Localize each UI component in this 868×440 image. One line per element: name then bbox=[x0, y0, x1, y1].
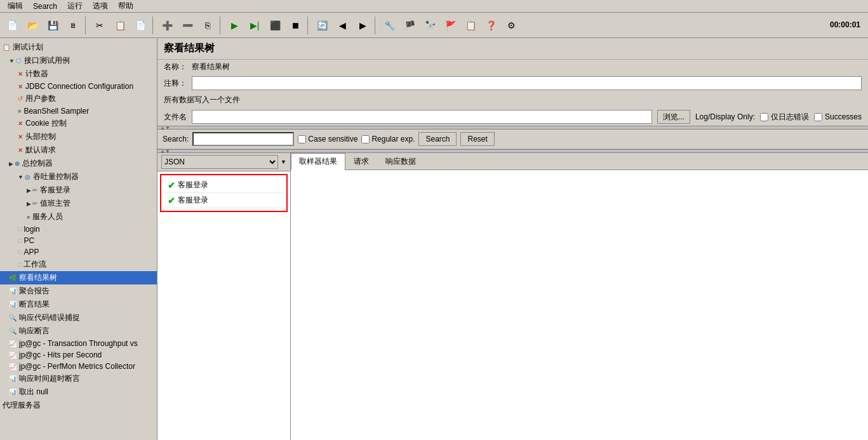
tree-item-jp-throughput[interactable]: 📈 jp@gc - Transaction Throughput vs bbox=[0, 338, 157, 349]
tree-item-test-plan[interactable]: 📋 测试计划 bbox=[0, 41, 157, 54]
tree-item-service-staff[interactable]: ■ 服务人员 bbox=[0, 210, 157, 223]
tree-item-total-controller[interactable]: ▶ ⊕ 总控制器 bbox=[0, 157, 157, 170]
tab-response-data[interactable]: 响应数据 bbox=[377, 153, 424, 170]
menu-run[interactable]: 运行 bbox=[62, 0, 88, 13]
tree-item-default-request[interactable]: ✕ 默认请求 bbox=[0, 143, 157, 157]
client-login-icon: ✏ bbox=[32, 187, 37, 194]
tree-item-cookie[interactable]: ✕ Cookie 控制 bbox=[0, 117, 157, 130]
pc-icon: □ bbox=[18, 237, 21, 244]
service-staff-label: 服务人员 bbox=[32, 211, 63, 222]
tree-item-calculator[interactable]: ✕ 计数器 bbox=[0, 67, 157, 81]
result-item-2[interactable]: ✔ 客服登录 bbox=[164, 193, 284, 208]
new-button[interactable]: 📄 bbox=[3, 16, 22, 35]
format-select[interactable]: JSON bbox=[161, 155, 278, 169]
paste-button[interactable]: 📄 bbox=[131, 16, 150, 35]
buffer-label: 吞吐量控制器 bbox=[33, 171, 79, 182]
open-button[interactable]: 📂 bbox=[23, 16, 42, 35]
copy-button[interactable]: 📋 bbox=[110, 16, 130, 35]
result-item-1[interactable]: ✔ 客服登录 bbox=[164, 178, 284, 193]
buffer-icon: ◎ bbox=[25, 173, 30, 180]
tree-item-response-assertion[interactable]: 🔍 响应断言 bbox=[0, 324, 157, 338]
check-icon-2: ✔ bbox=[168, 196, 175, 206]
tab-request[interactable]: 请求 bbox=[345, 153, 377, 170]
case-sensitive-checkbox[interactable] bbox=[298, 135, 306, 143]
calculator-label: 计数器 bbox=[25, 69, 48, 79]
remote-start-button[interactable]: 🔧 bbox=[380, 16, 399, 35]
only-errors-checkbox[interactable] bbox=[760, 113, 768, 121]
tree-item-proxy-server[interactable]: 代理服务器 bbox=[0, 399, 157, 412]
response-assertion-icon: 🔍 bbox=[9, 328, 17, 335]
tree-item-user-params[interactable]: ↺ 用户参数 bbox=[0, 92, 157, 105]
flag-button[interactable]: 🚩 bbox=[441, 16, 460, 35]
tree-item-workflow[interactable]: □ 工作流 bbox=[0, 258, 157, 271]
tree-item-jp-hits[interactable]: 📈 jp@gc - Hits per Second bbox=[0, 349, 157, 361]
case-sensitive-group[interactable]: Case sensitive bbox=[298, 135, 357, 143]
tree-item-jp-perfmon[interactable]: 📈 jp@gc - PerfMon Metrics Collector bbox=[0, 361, 157, 372]
tree-item-response-code[interactable]: 🔍 响应代码错误捕捉 bbox=[0, 311, 157, 324]
shutdown-button[interactable]: ⏹ bbox=[286, 16, 305, 35]
comment-row: 注释： bbox=[157, 74, 868, 92]
tree-item-app[interactable]: □ APP bbox=[0, 246, 157, 258]
tree-item-shift-manager[interactable]: ▶ ✏ 值班主管 bbox=[0, 197, 157, 210]
binoculars-button[interactable]: 🔭 bbox=[420, 16, 439, 35]
tree-item-extract-null[interactable]: 📊 取出 null bbox=[0, 385, 157, 399]
tree-item-beanshell[interactable]: ■ BeanShell Sampler bbox=[0, 105, 157, 117]
menu-search[interactable]: Search bbox=[28, 1, 62, 12]
jp-perfmon-label: jp@gc - PerfMon Metrics Collector bbox=[19, 362, 135, 371]
reset-button[interactable]: Reset bbox=[460, 132, 494, 146]
tree-item-pc[interactable]: □ PC bbox=[0, 235, 157, 246]
save-as-button[interactable]: 🗎 bbox=[63, 16, 83, 35]
tree-item-aggregate-report[interactable]: 📊 聚合报告 bbox=[0, 284, 157, 298]
duplicate-button[interactable]: ⎘ bbox=[198, 16, 217, 35]
list-button[interactable]: 📋 bbox=[461, 16, 480, 35]
comment-input[interactable] bbox=[192, 76, 862, 90]
results-tree-icon: 🌿 bbox=[9, 274, 17, 281]
tree-item-jdbc[interactable]: ✕ JDBC Connection Configuration bbox=[0, 81, 157, 92]
comment-label: 注释： bbox=[164, 78, 187, 89]
stop-button[interactable]: ⬛ bbox=[265, 16, 284, 35]
tree-item-login[interactable]: □ login bbox=[0, 223, 157, 235]
play-button[interactable]: ▶ bbox=[225, 16, 244, 35]
settings-button[interactable]: ⚙ bbox=[502, 16, 521, 35]
cookie-icon: ✕ bbox=[18, 120, 23, 127]
save-button[interactable]: 💾 bbox=[43, 16, 62, 35]
remote-list-button[interactable]: 🏴 bbox=[400, 16, 419, 35]
regular-exp-group[interactable]: Regular exp. bbox=[361, 135, 415, 143]
search-input[interactable] bbox=[192, 132, 294, 146]
help-button[interactable]: ❓ bbox=[481, 16, 500, 35]
jp-hits-label: jp@gc - Hits per Second bbox=[19, 350, 102, 359]
menu-edit[interactable]: 编辑 bbox=[3, 0, 28, 13]
header-label: 头部控制 bbox=[25, 131, 56, 142]
prev-button[interactable]: ◀ bbox=[333, 16, 352, 35]
cut-button[interactable]: ✂ bbox=[90, 16, 109, 35]
browse-button[interactable]: 浏览... bbox=[657, 110, 690, 124]
workflow-icon: □ bbox=[18, 262, 21, 268]
total-controller-icon: ⊕ bbox=[15, 160, 20, 167]
shift-manager-icon: ✏ bbox=[32, 200, 37, 207]
file-input[interactable] bbox=[192, 110, 652, 124]
menu-options[interactable]: 选项 bbox=[88, 0, 113, 13]
expand-button[interactable]: ➕ bbox=[157, 16, 177, 35]
play-no-pause-button[interactable]: ▶| bbox=[245, 16, 264, 35]
next-button[interactable]: ▶ bbox=[353, 16, 372, 35]
results-left-header: JSON ▼ bbox=[157, 153, 290, 171]
tree-item-assertions-results[interactable]: 📊 断言结果 bbox=[0, 298, 157, 311]
only-errors-checkbox-group[interactable]: 仅日志错误 bbox=[760, 112, 809, 123]
buffer-expand-icon: ▼ bbox=[18, 174, 23, 180]
tree-item-client-login-1[interactable]: ▶ ✏ 客服登录 bbox=[0, 183, 157, 197]
menu-help[interactable]: 帮助 bbox=[113, 0, 138, 13]
shift-expand-icon: ▶ bbox=[27, 201, 31, 207]
tree-item-header[interactable]: ✕ 头部控制 bbox=[0, 130, 157, 143]
tree-item-interface-tests[interactable]: ▼ ⬡ 接口测试用例 bbox=[0, 54, 157, 67]
search-label: Search: bbox=[163, 135, 189, 143]
tab-sampler-result[interactable]: 取样器结果 bbox=[291, 153, 345, 170]
collapse-button[interactable]: ➖ bbox=[178, 16, 197, 35]
tree-item-view-results-tree[interactable]: 🌿 察看结果树 bbox=[0, 271, 157, 284]
clear-button[interactable]: 🔄 bbox=[312, 16, 331, 35]
tree-item-response-timeout[interactable]: 📊 响应时间超时断言 bbox=[0, 372, 157, 385]
tree-item-buffer-controller[interactable]: ▼ ◎ 吞吐量控制器 bbox=[0, 170, 157, 183]
successes-checkbox[interactable] bbox=[814, 113, 822, 121]
successes-checkbox-group[interactable]: Successes bbox=[814, 112, 862, 121]
regular-exp-checkbox[interactable] bbox=[361, 135, 370, 143]
search-button[interactable]: Search bbox=[418, 132, 457, 146]
